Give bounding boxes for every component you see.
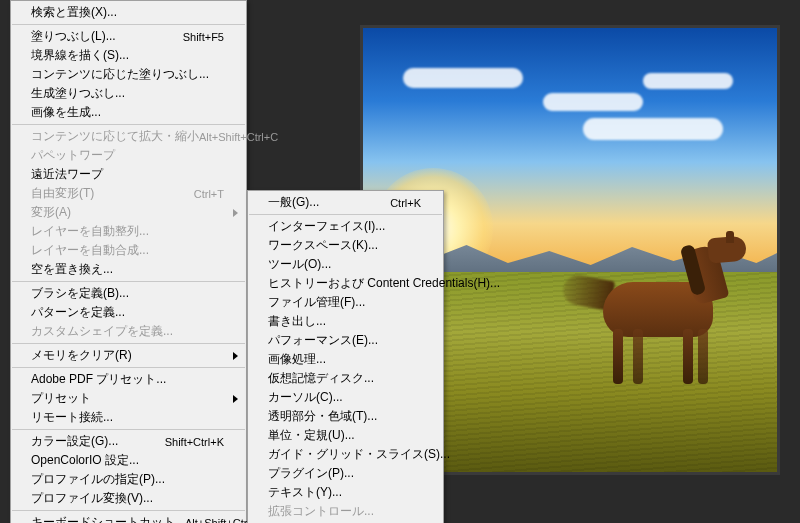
menu-separator (12, 124, 245, 125)
preferences-submenu[interactable]: 一般(G)...Ctrl+Kインターフェイス(I)...ワークスペース(K)..… (247, 190, 444, 523)
menu_sub-item-0[interactable]: 一般(G)...Ctrl+K (248, 193, 443, 212)
menu_sub-item-6[interactable]: 書き出し... (248, 312, 443, 331)
menu_main-item-24[interactable]: プロファイル変換(V)... (11, 489, 246, 508)
menu-item-shortcut: Shift+F5 (183, 31, 224, 43)
menu_main-item-4[interactable]: 生成塗りつぶし... (11, 84, 246, 103)
menu-item-shortcut: Shift+Ctrl+K (165, 436, 224, 448)
menu-item-label: パターンを定義... (31, 304, 224, 321)
menu-item-label: カスタムシェイプを定義... (31, 323, 224, 340)
menu-item-label: メモリをクリア(R) (31, 347, 224, 364)
menu-item-label: 画像を生成... (31, 104, 224, 121)
menu-item-label: カラー設定(G)... (31, 433, 165, 450)
menu-separator (12, 367, 245, 368)
menu-item-label: 単位・定規(U)... (268, 427, 421, 444)
menu-item-label: ヒストリーおよび Content Credentials(H)... (268, 275, 500, 292)
menu_main-item-22[interactable]: OpenColorIO 設定... (11, 451, 246, 470)
menu-item-label: 遠近法ワープ (31, 166, 224, 183)
menu-item-label: ワークスペース(K)... (268, 237, 421, 254)
menu_sub-item-4[interactable]: ヒストリーおよび Content Credentials(H)... (248, 274, 443, 293)
menu_main-item-16: カスタムシェイプを定義... (11, 322, 246, 341)
menu_main-item-3[interactable]: コンテンツに応じた塗りつぶし... (11, 65, 246, 84)
menu_main-item-11: レイヤーを自動整列... (11, 222, 246, 241)
menu_sub-item-16: 拡張コントロール... (248, 502, 443, 521)
menu-item-label: ガイド・グリッド・スライス(S)... (268, 446, 450, 463)
menu-item-label: プリセット (31, 390, 224, 407)
menu-separator (12, 343, 245, 344)
menu-item-label: ブラシを定義(B)... (31, 285, 224, 302)
menu-item-label: レイヤーを自動整列... (31, 223, 224, 240)
menu-item-label: ツール(O)... (268, 256, 421, 273)
menu-item-shortcut: Ctrl+K (390, 197, 421, 209)
menu_sub-item-9[interactable]: 仮想記憶ディスク... (248, 369, 443, 388)
menu-item-label: 書き出し... (268, 313, 421, 330)
menu-separator (12, 429, 245, 430)
menu_main-item-5[interactable]: 画像を生成... (11, 103, 246, 122)
menu-item-label: 自由変形(T) (31, 185, 194, 202)
menu_main-item-18[interactable]: Adobe PDF プリセット... (11, 370, 246, 389)
menu_sub-item-8[interactable]: 画像処理... (248, 350, 443, 369)
menu_main-item-7: パペットワープ (11, 146, 246, 165)
menu_main-item-8[interactable]: 遠近法ワープ (11, 165, 246, 184)
menu-item-label: パペットワープ (31, 147, 224, 164)
menu_sub-item-10[interactable]: カーソル(C)... (248, 388, 443, 407)
menu-item-shortcut: Ctrl+T (194, 188, 224, 200)
menu_main-item-0[interactable]: 検索と置換(X)... (11, 3, 246, 22)
app-canvas: 検索と置換(X)...塗りつぶし(L)...Shift+F5境界線を描く(S).… (0, 0, 800, 523)
menu_main-item-10: 変形(A) (11, 203, 246, 222)
menu-item-label: 塗りつぶし(L)... (31, 28, 183, 45)
menu_main-item-12: レイヤーを自動合成... (11, 241, 246, 260)
menu_main-item-19[interactable]: プリセット (11, 389, 246, 408)
menu_sub-item-1[interactable]: インターフェイス(I)... (248, 217, 443, 236)
menu_main-item-20[interactable]: リモート接続... (11, 408, 246, 427)
menu_sub-item-2[interactable]: ワークスペース(K)... (248, 236, 443, 255)
menu_main-item-6: コンテンツに応じて拡大・縮小Alt+Shift+Ctrl+C (11, 127, 246, 146)
menu-item-label: コンテンツに応じた塗りつぶし... (31, 66, 224, 83)
menu-item-label: 仮想記憶ディスク... (268, 370, 421, 387)
menu_sub-item-11[interactable]: 透明部分・色域(T)... (248, 407, 443, 426)
menu-separator (12, 281, 245, 282)
menu-item-label: ファイル管理(F)... (268, 294, 421, 311)
menu-item-label: 変形(A) (31, 204, 224, 221)
menu-separator (12, 24, 245, 25)
menu_main-item-14[interactable]: ブラシを定義(B)... (11, 284, 246, 303)
menu-item-label: 透明部分・色域(T)... (268, 408, 421, 425)
menu-item-label: 境界線を描く(S)... (31, 47, 224, 64)
clouds-layer (363, 58, 777, 178)
menu_sub-item-3[interactable]: ツール(O)... (248, 255, 443, 274)
menu_sub-item-13[interactable]: ガイド・グリッド・スライス(S)... (248, 445, 443, 464)
menu-item-label: 拡張コントロール... (268, 503, 421, 520)
menu_sub-item-5[interactable]: ファイル管理(F)... (248, 293, 443, 312)
menu-item-label: 生成塗りつぶし... (31, 85, 224, 102)
menu-item-label: 一般(G)... (268, 194, 390, 211)
menu_sub-item-14[interactable]: プラグイン(P)... (248, 464, 443, 483)
menu-item-label: テキスト(Y)... (268, 484, 421, 501)
menu-item-label: Adobe PDF プリセット... (31, 371, 224, 388)
menu-item-shortcut: Alt+Shift+Ctrl+C (199, 131, 278, 143)
menu-item-label: OpenColorIO 設定... (31, 452, 224, 469)
menu_main-item-13[interactable]: 空を置き換え... (11, 260, 246, 279)
menu-item-label: プラグイン(P)... (268, 465, 421, 482)
menu-item-label: 検索と置換(X)... (31, 4, 224, 21)
menu_sub-item-12[interactable]: 単位・定規(U)... (248, 426, 443, 445)
menu-item-label: カーソル(C)... (268, 389, 421, 406)
menu_main-item-9: 自由変形(T)Ctrl+T (11, 184, 246, 203)
menu_main-item-17[interactable]: メモリをクリア(R) (11, 346, 246, 365)
menu-item-label: 画像処理... (268, 351, 421, 368)
menu-item-label: パフォーマンス(E)... (268, 332, 421, 349)
menu_main-item-23[interactable]: プロファイルの指定(P)... (11, 470, 246, 489)
menu-item-label: コンテンツに応じて拡大・縮小 (31, 128, 199, 145)
menu_main-item-21[interactable]: カラー設定(G)...Shift+Ctrl+K (11, 432, 246, 451)
menu_main-item-25[interactable]: キーボードショートカット...Alt+Shift+Ctrl+K (11, 513, 246, 523)
menu_main-item-2[interactable]: 境界線を描く(S)... (11, 46, 246, 65)
menu-item-label: キーボードショートカット... (31, 514, 185, 523)
menu_sub-item-7[interactable]: パフォーマンス(E)... (248, 331, 443, 350)
menu_main-item-1[interactable]: 塗りつぶし(L)...Shift+F5 (11, 27, 246, 46)
horse (578, 237, 748, 387)
menu-separator (12, 510, 245, 511)
menu-item-label: プロファイルの指定(P)... (31, 471, 224, 488)
menu-item-label: リモート接続... (31, 409, 224, 426)
menu_sub-item-15[interactable]: テキスト(Y)... (248, 483, 443, 502)
edit-menu[interactable]: 検索と置換(X)...塗りつぶし(L)...Shift+F5境界線を描く(S).… (10, 0, 247, 523)
menu-item-label: 空を置き換え... (31, 261, 224, 278)
menu_main-item-15[interactable]: パターンを定義... (11, 303, 246, 322)
